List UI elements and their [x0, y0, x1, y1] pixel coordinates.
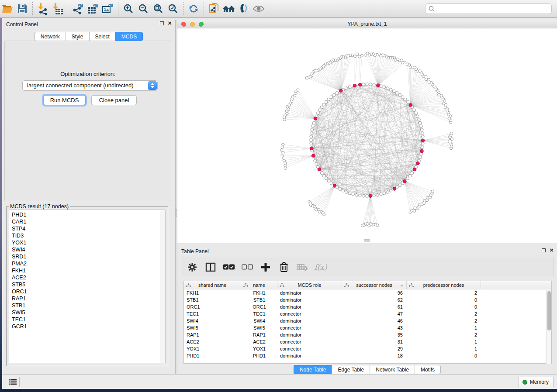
network-canvas[interactable] — [177, 28, 557, 243]
tab-network[interactable]: Network — [35, 32, 66, 41]
network-window-titlebar[interactable]: YPA_prune.txt_1 — [177, 20, 557, 28]
column-header-name[interactable]: name — [241, 281, 277, 289]
result-list-item[interactable]: ORC1 — [12, 288, 165, 295]
cell-successor-nodes: 31 — [342, 338, 407, 345]
tab-mcds[interactable]: MCDS — [115, 32, 143, 41]
cell-mcds-role: dominator — [277, 331, 342, 338]
table-row[interactable]: FKH1FKH1dominator962 — [184, 289, 551, 296]
result-list-item[interactable]: TID3 — [12, 232, 165, 239]
result-list-item[interactable]: FKH1 — [12, 267, 165, 274]
show-hide-eye-icon[interactable] — [251, 2, 266, 15]
cell-predecessor-nodes: 2 — [407, 289, 481, 296]
tab-motifs[interactable]: Motifs — [415, 365, 441, 374]
export-image-icon[interactable] — [100, 2, 115, 15]
result-list-item[interactable]: PMA2 — [12, 260, 165, 267]
split-columns-icon[interactable] — [205, 261, 216, 273]
cell-mcds-role: dominator — [277, 289, 342, 296]
toolbar-separator — [118, 2, 118, 15]
result-list-item[interactable]: YOX1 — [12, 239, 165, 246]
gear-icon[interactable] — [187, 261, 198, 273]
tab-edge-table[interactable]: Edge Table — [332, 365, 370, 374]
column-header-predecessor-nodes[interactable]: predecessor nodes — [407, 281, 481, 289]
control-panel-title: Control Panel — [6, 21, 38, 28]
tab-node-table[interactable]: Node Table — [294, 365, 332, 374]
export-network-icon[interactable] — [71, 2, 86, 15]
select-all-checkboxes-icon[interactable] — [223, 261, 235, 273]
table-row[interactable]: RAP1RAP1dominator352 — [184, 331, 551, 338]
cell-mcds-role: dominator — [277, 303, 342, 310]
result-list-item[interactable]: SRD1 — [12, 253, 165, 260]
app-body: Control Panel × NetworkStyleSelectMCDS O… — [2, 18, 557, 374]
canvas-split-handle[interactable] — [364, 239, 370, 242]
table-row[interactable]: ORC1ORC1dominator610 — [184, 303, 551, 310]
zoom-selected-icon[interactable] — [166, 2, 180, 15]
table-row[interactable]: SWI5SWI5connector431 — [184, 324, 551, 331]
table-row[interactable]: TEC1TEC1connector472 — [184, 310, 551, 317]
control-panel-tabs: NetworkStyleSelectMCDS — [2, 32, 175, 41]
annotation-marker-icon[interactable] — [236, 2, 251, 15]
deselect-checkboxes-icon[interactable] — [242, 261, 253, 273]
result-list-item[interactable]: SWI5 — [12, 309, 165, 316]
cell-successor-nodes: 18 — [342, 352, 407, 359]
refresh-icon[interactable] — [186, 2, 201, 15]
result-list-item[interactable]: SWI4 — [12, 246, 165, 253]
clone-network-icon[interactable] — [207, 2, 221, 15]
column-header-successor-nodes[interactable]: successor nodes⌄ — [342, 281, 407, 289]
import-network-icon[interactable] — [35, 2, 50, 15]
cell-shared-name: STB1 — [184, 296, 241, 303]
cell-mcds-role: connector — [277, 310, 342, 317]
zoom-fit-icon[interactable] — [151, 2, 166, 15]
sort-descending-icon[interactable]: ⌄ — [400, 282, 404, 288]
column-header-mcds-role[interactable]: MCDS role — [277, 281, 342, 289]
mcds-result-list[interactable]: PHD1CAR1STP4TID3YOX1SWI4SRD1PMA2FKH1ACE2… — [9, 210, 166, 363]
result-list-item[interactable]: GCR1 — [12, 323, 165, 330]
result-list-item[interactable]: ACE2 — [12, 274, 165, 281]
cell-name: TEC1 — [241, 310, 277, 317]
table-scrollbar-thumb[interactable] — [547, 291, 551, 330]
delete-icon[interactable] — [278, 261, 290, 273]
optimization-criterion-select[interactable]: largest connected component (undirected) — [22, 80, 158, 91]
table-row[interactable]: SWI4SWI4dominator462 — [184, 317, 551, 324]
result-list-item[interactable]: TEC1 — [12, 316, 165, 323]
import-table-icon[interactable] — [50, 2, 65, 15]
run-mcds-button[interactable]: Run MCDS — [43, 95, 86, 105]
close-panel-icon[interactable]: × — [168, 21, 172, 25]
zoom-in-icon[interactable] — [121, 2, 136, 15]
result-list-item[interactable]: RAP1 — [12, 295, 165, 302]
add-icon[interactable] — [260, 261, 271, 273]
table-scrollbar[interactable] — [546, 290, 551, 364]
table-panel-titlebar: Table Panel × — [177, 247, 557, 256]
tab-style[interactable]: Style — [66, 32, 89, 41]
delete-table-icon[interactable] — [297, 261, 308, 273]
memory-button[interactable]: Memory — [519, 377, 554, 387]
result-list-item[interactable]: STB1 — [12, 302, 165, 309]
result-list-item[interactable]: CAR1 — [12, 218, 165, 225]
table-body: FKH1FKH1dominator962STB1STB1dominator620… — [184, 289, 551, 359]
result-list-item[interactable]: STB5 — [12, 281, 165, 288]
float-table-panel-icon[interactable] — [542, 248, 546, 252]
export-table-icon[interactable] — [86, 2, 100, 15]
float-panel-icon[interactable] — [160, 21, 164, 25]
memory-status-icon — [522, 380, 527, 385]
table-row[interactable]: ACE2ACE2connector311 — [184, 338, 551, 345]
table-row[interactable]: PHD1PHD1dominator180 — [184, 352, 551, 359]
result-list-item[interactable]: PHD1 — [12, 211, 165, 218]
function-builder-icon[interactable]: f(x) — [315, 261, 326, 273]
tab-select[interactable]: Select — [89, 32, 115, 41]
first-neighbors-icon[interactable] — [221, 2, 236, 15]
table-row[interactable]: STB1STB1dominator620 — [184, 296, 551, 303]
result-list-scrollbar[interactable] — [160, 210, 165, 363]
close-panel-button[interactable]: Close panel — [91, 95, 137, 105]
result-list-item[interactable]: STP4 — [12, 225, 165, 232]
search-input[interactable] — [425, 3, 552, 14]
zoom-out-icon[interactable] — [136, 2, 151, 15]
close-table-panel-icon[interactable]: × — [550, 248, 554, 252]
cell-mcds-role: connector — [277, 324, 342, 331]
network-graph[interactable] — [177, 28, 557, 243]
task-history-button[interactable] — [6, 377, 20, 387]
table-row[interactable]: YOX1YOX1connector291 — [184, 345, 551, 352]
save-session-icon[interactable] — [15, 2, 30, 15]
column-header-shared-name[interactable]: shared name — [184, 281, 241, 289]
tab-network-table[interactable]: Network Table — [370, 365, 415, 374]
open-file-icon[interactable] — [0, 2, 15, 15]
